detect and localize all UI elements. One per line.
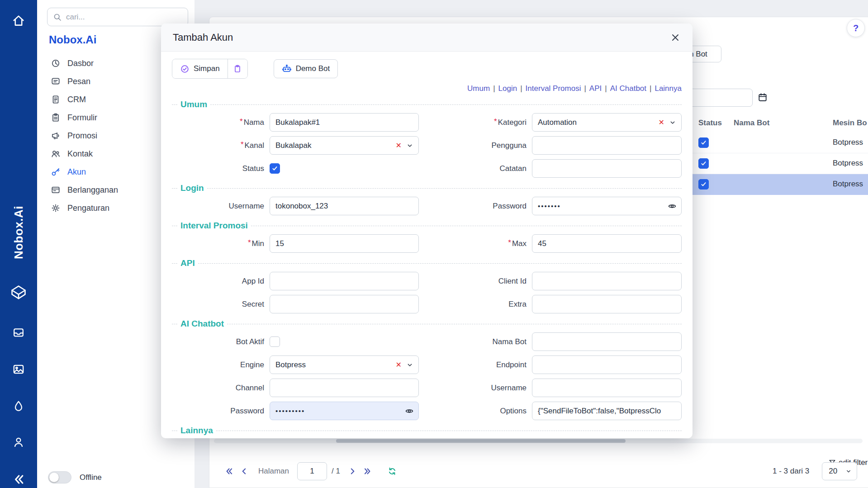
channel-label: Channel	[172, 384, 264, 393]
modal-header: Tambah Akun	[161, 24, 693, 52]
collapse-sidebar-icon[interactable]	[11, 472, 26, 487]
nav-link-lainnya[interactable]: Lainnya	[655, 84, 682, 93]
page-number-input[interactable]	[297, 462, 327, 480]
clipboard-icon	[233, 64, 242, 73]
row-status-checkbox[interactable]	[698, 179, 709, 190]
form-row: Engine Botpress ✕ Endpoint	[172, 355, 682, 374]
client-id-label: Client Id	[424, 277, 526, 286]
bot-aktif-checkbox[interactable]	[270, 336, 280, 347]
pagination-summary: 1 - 3 dari 3 20	[773, 462, 857, 481]
form-row: App Id Client Id	[172, 272, 682, 290]
nav-link-umum[interactable]: Umum	[467, 84, 490, 93]
eye-icon[interactable]	[405, 407, 414, 416]
inbox-icon[interactable]	[12, 326, 25, 339]
nav-link-login[interactable]: Login	[498, 84, 517, 93]
sidebar-item-label: Berlangganan	[67, 185, 118, 195]
nama-label: *Nama	[172, 118, 264, 127]
last-page-button[interactable]	[360, 466, 375, 476]
client-id-input[interactable]	[532, 272, 682, 290]
page-size-select[interactable]: 20	[822, 462, 857, 480]
clear-icon[interactable]: ✕	[396, 361, 402, 369]
username-input[interactable]	[270, 197, 419, 215]
document-icon	[51, 95, 61, 104]
scrollbar-thumb[interactable]	[336, 439, 626, 443]
endpoint-label: Endpoint	[424, 360, 526, 370]
help-button[interactable]: ?	[847, 19, 865, 37]
first-page-button[interactable]	[221, 466, 237, 476]
nama-input[interactable]	[270, 113, 419, 132]
modal-title: Tambah Akun	[173, 32, 233, 43]
engine-label: Engine	[172, 360, 264, 370]
bot-password-input[interactable]	[270, 402, 419, 420]
nav-link-chatbot[interactable]: AI Chatbot	[610, 84, 646, 93]
page-total-label: / 1	[332, 467, 340, 476]
row-engine-cell: Botpress	[833, 159, 863, 168]
home-icon[interactable]	[11, 14, 26, 28]
catatan-input[interactable]	[532, 159, 682, 178]
form-row: Status Catatan	[172, 159, 682, 178]
refresh-icon[interactable]	[387, 466, 397, 476]
secret-input[interactable]	[270, 295, 419, 313]
clear-icon[interactable]: ✕	[396, 142, 402, 149]
column-header-status[interactable]: Status	[698, 118, 722, 128]
sidebar-item-label: Formulir	[67, 113, 97, 123]
search-input[interactable]	[66, 13, 182, 22]
bot-username-input[interactable]	[532, 379, 682, 397]
required-marker: *	[494, 117, 497, 126]
kategori-select[interactable]: Automation ✕	[532, 113, 682, 132]
form-row: Bot Aktif Nama Bot	[172, 332, 682, 351]
bot-password-field	[270, 402, 419, 420]
copy-clipboard-button[interactable]	[228, 59, 247, 78]
nav-link-api[interactable]: API	[589, 84, 602, 93]
close-icon[interactable]	[670, 32, 681, 43]
ink-drop-icon[interactable]	[12, 399, 25, 412]
options-input[interactable]	[532, 402, 682, 420]
sidebar-brand: Nobox.Ai	[49, 33, 96, 46]
pengguna-label: Pengguna	[424, 141, 526, 150]
column-header-nama-bot[interactable]: Nama Bot	[734, 118, 769, 128]
page-size-value: 20	[829, 467, 837, 476]
min-input[interactable]	[270, 234, 419, 253]
required-marker: *	[241, 140, 244, 149]
prev-page-button[interactable]	[237, 466, 252, 476]
column-header-mesin-bot[interactable]: Mesin Bo	[833, 118, 867, 128]
nav-separator: |	[493, 84, 495, 93]
status-checkbox[interactable]	[270, 163, 280, 174]
nav-link-interval[interactable]: Interval Promosi	[526, 84, 581, 93]
save-button[interactable]: Simpan	[172, 59, 228, 78]
horizontal-scrollbar[interactable]	[214, 439, 863, 443]
password-input[interactable]	[532, 197, 682, 215]
demo-bot-button[interactable]: Demo Bot	[274, 59, 338, 78]
row-status-checkbox[interactable]	[698, 137, 709, 148]
password-field	[532, 197, 682, 215]
sidebar-item-label: Pesan	[67, 77, 90, 86]
kanal-select[interactable]: Bukalapak ✕	[270, 136, 419, 155]
section-title-umum: Umum	[172, 99, 682, 110]
modal-body: Simpan Demo Bot Umum|Login|Interval Prom…	[161, 52, 693, 436]
app-id-input[interactable]	[270, 272, 419, 290]
icon-rail: Nobox.Ai	[0, 0, 37, 488]
row-status-checkbox[interactable]	[698, 158, 709, 169]
clear-icon[interactable]: ✕	[659, 119, 664, 126]
next-page-button[interactable]	[345, 466, 360, 476]
pengguna-input[interactable]	[532, 136, 682, 155]
extra-input[interactable]	[532, 295, 682, 313]
status-label: Status	[172, 164, 264, 173]
offline-toggle[interactable]	[48, 471, 71, 483]
max-input[interactable]	[532, 234, 682, 253]
eye-icon[interactable]	[668, 202, 677, 211]
dashboard-icon	[51, 58, 61, 68]
robot-icon	[282, 64, 292, 74]
rail-brand-vertical: Nobox.Ai	[12, 206, 26, 259]
calendar-icon[interactable]	[758, 92, 768, 102]
form-row: *Min *Max	[172, 234, 682, 253]
username-label: Username	[172, 202, 264, 211]
engine-select[interactable]: Botpress ✕	[270, 355, 419, 374]
endpoint-input[interactable]	[532, 355, 682, 374]
nama-bot-input[interactable]	[532, 332, 682, 351]
user-icon[interactable]	[12, 436, 25, 449]
save-button-group: Simpan	[172, 59, 248, 79]
channel-input[interactable]	[270, 379, 419, 397]
app-id-label: App Id	[172, 277, 264, 286]
image-icon[interactable]	[12, 363, 25, 376]
